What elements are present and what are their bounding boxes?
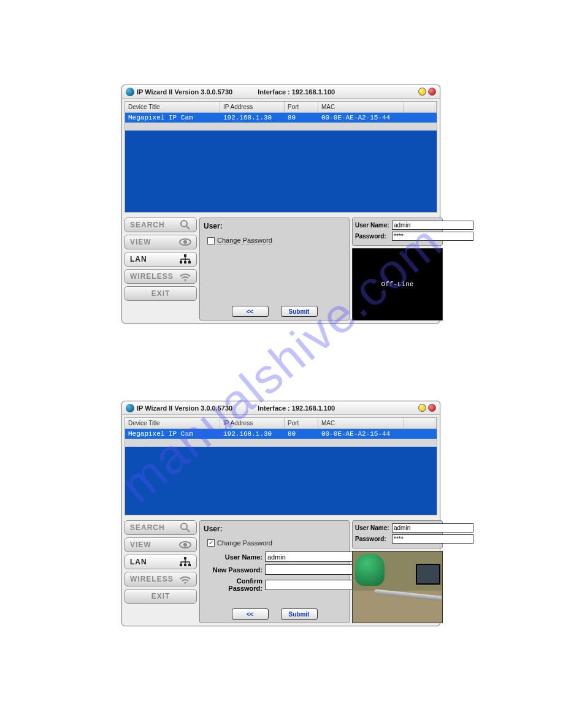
col-mac[interactable]: MAC xyxy=(318,102,404,113)
exit-label: EXIT xyxy=(151,592,170,601)
password-input[interactable] xyxy=(392,232,473,241)
change-password-label: Change Password xyxy=(217,539,272,547)
magnifier-icon xyxy=(179,219,191,230)
lan-button[interactable]: LAN xyxy=(124,252,197,267)
wifi-icon xyxy=(179,574,191,584)
user-panel: User: ✓ Change Password User Name: New P… xyxy=(199,520,350,623)
col-spacer xyxy=(404,102,437,113)
svg-point-0 xyxy=(181,221,187,227)
svg-rect-7 xyxy=(188,261,191,264)
wireless-button[interactable]: WIRELESS xyxy=(124,572,197,586)
username-input[interactable] xyxy=(392,221,473,230)
svg-point-12 xyxy=(183,543,187,547)
device-list-header: Device Title IP Address Port MAC xyxy=(125,418,437,429)
interface-label: Interface : 192.168.1.100 xyxy=(258,404,335,412)
device-row-empty[interactable] xyxy=(125,123,437,131)
minimize-button[interactable] xyxy=(418,404,426,412)
col-spacer xyxy=(404,418,437,429)
exit-label: EXIT xyxy=(151,289,170,298)
wireless-button[interactable]: WIRELESS xyxy=(124,269,197,284)
svg-line-1 xyxy=(186,226,190,229)
credentials-box: User Name: Password: xyxy=(352,218,443,246)
change-password-checkbox-checked[interactable]: ✓ xyxy=(207,539,215,547)
svg-line-10 xyxy=(186,529,190,532)
username-label: User Name: xyxy=(355,525,392,531)
change-password-checkbox-row[interactable]: Change Password xyxy=(207,237,345,245)
col-device-title[interactable]: Device Title xyxy=(125,418,220,429)
search-button[interactable]: SEARCH xyxy=(124,218,197,232)
col-port[interactable]: Port xyxy=(285,418,318,429)
view-button[interactable]: VIEW xyxy=(124,537,197,552)
camera-preview-offline: Off-Line xyxy=(352,248,443,320)
eye-icon xyxy=(179,238,191,246)
close-button[interactable] xyxy=(428,88,436,96)
app-title: IP Wizard II Version 3.0.0.5730 xyxy=(137,88,232,96)
device-list-header: Device Title IP Address Port MAC xyxy=(125,102,437,113)
wifi-icon xyxy=(179,271,191,281)
col-mac[interactable]: MAC xyxy=(318,418,404,429)
close-button[interactable] xyxy=(428,404,436,412)
change-password-checkbox-row[interactable]: ✓ Change Password xyxy=(207,539,345,547)
ip-wizard-window-2: IP Wizard II Version 3.0.0.5730 Interfac… xyxy=(121,401,440,626)
col-ip-address[interactable]: IP Address xyxy=(220,102,285,113)
col-device-title[interactable]: Device Title xyxy=(125,102,220,113)
sidebar: SEARCH VIEW LAN WIRELESS xyxy=(124,218,197,320)
password-input[interactable] xyxy=(392,534,473,544)
cell-device-title: Megapixel IP Cam xyxy=(125,429,220,439)
svg-rect-4 xyxy=(184,254,186,257)
app-title: IP Wizard II Version 3.0.0.5730 xyxy=(137,404,232,412)
form-confirmpassword-label: Confirm Password: xyxy=(204,577,265,592)
exit-button[interactable]: EXIT xyxy=(124,589,197,604)
credentials-box: User Name: Password: xyxy=(352,520,443,548)
cell-port: 80 xyxy=(285,429,318,439)
username-input[interactable] xyxy=(392,523,473,533)
form-newpassword-input[interactable] xyxy=(265,564,354,575)
cell-port: 80 xyxy=(285,113,318,123)
device-row[interactable]: Megapixel IP Cam 192.168.1.30 80 00-0E-A… xyxy=(125,429,437,439)
cell-device-title: Megapixel IP Cam xyxy=(125,113,220,123)
minimize-button[interactable] xyxy=(418,88,426,96)
device-list: Device Title IP Address Port MAC Megapix… xyxy=(124,101,437,213)
network-icon xyxy=(179,254,191,264)
user-panel-heading: User: xyxy=(204,525,345,533)
cell-ip: 192.168.1.30 xyxy=(220,429,285,439)
svg-rect-13 xyxy=(184,557,186,559)
form-username-input[interactable] xyxy=(265,552,354,562)
form-newpassword-label: New Password: xyxy=(204,566,265,574)
submit-button[interactable]: Submit xyxy=(281,609,318,620)
device-row-empty[interactable] xyxy=(125,439,437,447)
interface-label: Interface : 192.168.1.100 xyxy=(258,88,335,96)
svg-rect-15 xyxy=(184,564,186,566)
magnifier-icon xyxy=(179,522,191,533)
device-list: Device Title IP Address Port MAC Megapix… xyxy=(124,417,437,515)
app-icon xyxy=(126,404,134,412)
back-button[interactable]: << xyxy=(232,609,269,620)
change-password-label: Change Password xyxy=(217,237,272,245)
offline-text: Off-Line xyxy=(381,281,414,288)
device-row[interactable]: Megapixel IP Cam 192.168.1.30 80 00-0E-A… xyxy=(125,113,437,123)
exit-button[interactable]: EXIT xyxy=(124,286,197,301)
back-button[interactable]: << xyxy=(232,306,269,317)
svg-point-8 xyxy=(185,279,186,281)
user-panel-heading: User: xyxy=(204,222,345,230)
view-label: VIEW xyxy=(130,238,151,246)
eye-icon xyxy=(179,540,191,549)
change-password-checkbox[interactable] xyxy=(207,237,215,245)
password-label: Password: xyxy=(355,536,392,542)
svg-rect-14 xyxy=(180,564,182,566)
search-label: SEARCH xyxy=(130,523,165,532)
svg-point-17 xyxy=(185,582,186,584)
svg-rect-5 xyxy=(180,261,182,264)
view-button[interactable]: VIEW xyxy=(124,235,197,249)
form-confirmpassword-input[interactable] xyxy=(265,580,354,590)
submit-button[interactable]: Submit xyxy=(281,306,318,317)
username-label: User Name: xyxy=(355,222,392,229)
col-ip-address[interactable]: IP Address xyxy=(220,418,285,429)
cell-mac: 00-0E-AE-A2-15-44 xyxy=(318,113,404,123)
svg-point-3 xyxy=(183,240,187,244)
search-button[interactable]: SEARCH xyxy=(124,520,197,535)
cell-mac: 00-0E-AE-A2-15-44 xyxy=(318,429,404,439)
lan-button[interactable]: LAN xyxy=(124,555,197,569)
col-port[interactable]: Port xyxy=(285,102,318,113)
network-icon xyxy=(179,557,191,567)
